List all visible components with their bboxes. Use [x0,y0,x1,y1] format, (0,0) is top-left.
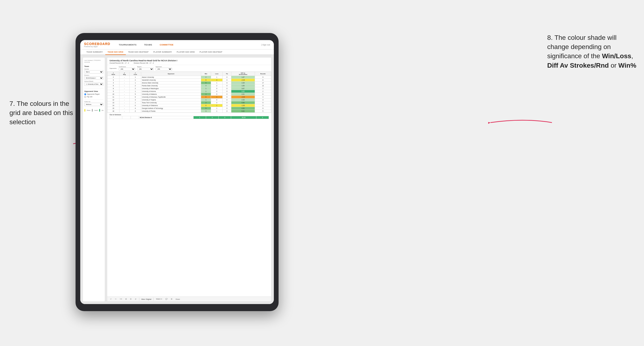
grid-btn[interactable]: ⊞ [170,298,173,301]
toolbar-divider-2 [153,298,154,301]
table-cell: Auburn University [141,76,201,79]
undo-btn[interactable]: ↩ [110,298,112,301]
filters-row: Opponents: Conference (All) Region (All) [107,65,271,72]
tab-team-h2h-grid[interactable]: TEAM H2H GRID [105,49,126,55]
sidebar-radio-top100[interactable]: Top 100 [84,96,104,98]
nav-committee[interactable]: COMMITTEE [158,43,175,47]
table-cell: 3 [201,101,211,104]
table-cell: Georgia Institute of Technology [141,107,201,110]
region-select[interactable]: (All) [137,68,154,70]
table-cell: 3 [201,93,211,96]
table-cell: 0 [222,93,231,96]
arrow-right-icon [488,116,554,130]
logo-main: SCOREBOARD [84,42,110,46]
sidebar-school-select[interactable]: 1. University of Nort... [84,82,104,86]
tab-player-h2h-grid[interactable]: PLAYER H2H GRID [174,49,197,55]
table-cell: 1 [211,76,222,79]
annotation-left: 7. The colours in the grid are based on … [10,99,76,127]
tab-team-h2h-heatmap[interactable]: TEAM H2H HEATMAP [126,49,151,55]
table-cell: 11 [108,96,120,99]
table-cell: 0 [222,107,231,110]
sidebar-colour-by-select[interactable]: Win/loss [84,103,104,106]
watch-btn[interactable]: Watch ▾ [155,298,163,301]
table-cell: 1 [130,76,141,79]
table-cell: 15 [108,107,120,110]
col-reg: #Reg [120,72,130,76]
conference-select[interactable]: (All) [119,68,135,70]
table-cell: 2 [130,110,141,113]
table-cell: 4 [201,84,211,87]
table-row: 16-2University of Florida3106.625 [108,110,271,113]
table-cell: 0 [201,104,211,107]
annotation-bold-2: Diff Av Strokes/Rnd [547,62,609,69]
sidebar-division-select[interactable]: NCAA Division I [84,76,104,80]
table-cell: 1 [130,90,141,93]
table-cell: 3 [108,79,120,82]
bottom-toolbar: ↩ ↪ ⟶ ⊞ ⊟ ⏱ View: Original Watch ▾ 💬 ⊞ S… [107,297,271,302]
paste-btn[interactable]: ⊟ [129,298,132,301]
table-cell: 6.62 [231,110,255,113]
table-cell: 6 [108,84,120,87]
table-cell: 9 [108,90,120,93]
sidebar-gender-label: Gender [84,68,104,70]
redo-btn[interactable]: ↪ [114,298,117,301]
toolbar-view-label[interactable]: View: Original [141,298,151,300]
table-cell: - [120,84,130,87]
table-cell: 0 [222,99,231,101]
table-cell: 0 [201,96,211,99]
table-cell: University of Arizona [141,90,201,93]
table-cell: 0 [130,104,141,107]
table-row: 14-0University of Oklahoma010-1.003 [108,104,271,107]
table-cell: 17 [255,82,271,84]
table-cell: 1 [130,82,141,84]
table-cell: -4.33 [231,96,255,99]
nav-teams[interactable]: TEAMS [142,43,154,47]
col-rank: #Rank [108,72,120,76]
table-cell: 1 [211,110,222,113]
table-cell: 8 [108,87,120,90]
sign-out-link[interactable]: | Sign out [261,44,270,46]
tab-team-summary[interactable]: TEAM SUMMARY [84,49,105,55]
h2h-table: #Rank #Reg #Conf Opponent Win Loss Tie D… [107,72,271,113]
table-cell: 3 [255,87,271,90]
sidebar-radio-opponents-played[interactable]: Opponents Played [84,93,104,95]
forward-btn[interactable]: ⟶ [119,298,123,301]
comment-btn[interactable]: 💬 [165,298,168,301]
table-cell: 14 [108,104,120,107]
table-cell: 0 [222,82,231,84]
table-cell: 10 [108,93,120,96]
sidebar-radio-group: Opponents Played Top 100 [84,93,104,98]
table-cell: 8 [255,79,271,82]
clock-btn[interactable]: ⏱ [134,298,137,301]
nav-tournaments[interactable]: TOURNAMENTS [117,43,138,47]
table-cell: University of Oklahoma [141,104,201,107]
table-cell: 5.56 [231,101,255,104]
table-cell: - [120,96,130,99]
table-cell: - [120,104,130,107]
col-win: Win [201,72,211,76]
table-cell: 1.83 [231,84,255,87]
opponent-select[interactable]: (All) [156,68,172,70]
table-cell: 0 [222,87,231,90]
legend-down-label: Down [87,110,90,111]
table-cell: 2 [255,90,271,93]
table-cell: 5 [130,93,141,96]
share-btn[interactable]: Share [175,298,181,301]
legend-level-dot [92,109,93,112]
table-row: 11-6University of Arkansas, Fayetteville… [108,96,271,99]
table-cell: 1 [211,107,222,110]
out-division-table: NCAA Division II 1 0 0 26.00 3 [110,116,269,119]
table-cell: 6 [130,96,141,99]
tab-player-h2h-heatmap[interactable]: PLAYER H2H HEATMAP [197,49,225,55]
table-cell: 2 [130,79,141,82]
tab-player-summary[interactable]: PLAYER SUMMARY [151,49,174,55]
filter-conference: Conference (All) [119,66,135,70]
table-row: 12-3University of Virginia1002.333 [108,99,271,101]
table-cell: 3 [255,104,271,107]
sidebar-gender-select[interactable]: Men's [84,70,104,74]
table-cell: - [120,87,130,90]
copy-btn[interactable]: ⊞ [125,298,128,301]
filter-region: Region (All) [137,66,154,70]
filter-opponent: Opponent (All) [156,66,172,70]
table-cell: 4 [108,82,120,84]
